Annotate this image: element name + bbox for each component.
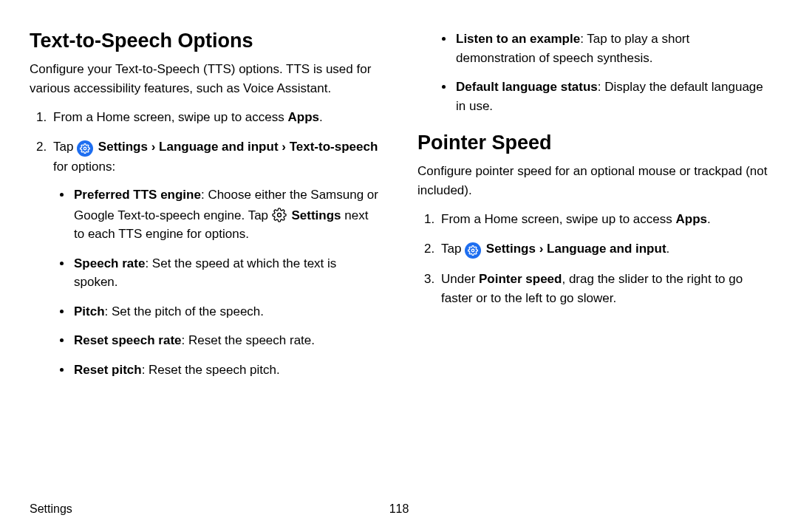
pointer-step-1: From a Home screen, swipe up to access A… (438, 210, 768, 229)
svg-point-1 (277, 213, 281, 216)
tts-step-2: Tap Settings › Language and input › Text… (50, 137, 381, 379)
bullet-reset-pitch: Reset pitch: Reset the speech pitch. (72, 361, 381, 380)
tts-bullets: Preferred TTS engine: Choose either the … (53, 185, 381, 379)
bullet-listen-example: Listen to an example: Tap to play a shor… (454, 30, 768, 67)
settings-outline-icon (272, 208, 287, 222)
left-column: Text-to-Speech Options Configure your Te… (30, 30, 381, 389)
bullet-preferred-engine: Preferred TTS engine: Choose either the … (72, 185, 381, 244)
tts-steps: From a Home screen, swipe up to access A… (30, 108, 381, 379)
pointer-step-2: Tap Settings › Language and input. (438, 239, 768, 259)
svg-point-2 (471, 250, 474, 253)
pointer-step-3: Under Pointer speed, drag the slider to … (438, 270, 768, 309)
footer-page-number: 118 (389, 502, 409, 516)
svg-point-0 (83, 148, 86, 151)
tts-intro: Configure your Text-to-Speech (TTS) opti… (30, 60, 381, 98)
settings-icon (77, 140, 93, 157)
pointer-steps: From a Home screen, swipe up to access A… (417, 210, 768, 308)
bullet-default-lang: Default language status: Display the def… (454, 78, 768, 115)
tts-step-1: From a Home screen, swipe up to access A… (50, 108, 381, 127)
bullet-pitch: Pitch: Set the pitch of the speech. (72, 302, 381, 321)
bullet-reset-rate: Reset speech rate: Reset the speech rate… (72, 331, 381, 350)
right-column: Listen to an example: Tap to play a shor… (417, 30, 768, 389)
tts-heading: Text-to-Speech Options (30, 30, 381, 52)
page-footer: Settings 118 (30, 502, 768, 516)
settings-icon (465, 242, 481, 259)
bullet-speech-rate: Speech rate: Set the speed at which the … (72, 254, 381, 292)
tts-bullets-continued: Listen to an example: Tap to play a shor… (417, 30, 768, 115)
footer-section: Settings (30, 502, 72, 516)
pointer-heading: Pointer Speed (417, 132, 768, 154)
pointer-intro: Configure pointer speed for an optional … (417, 162, 768, 200)
